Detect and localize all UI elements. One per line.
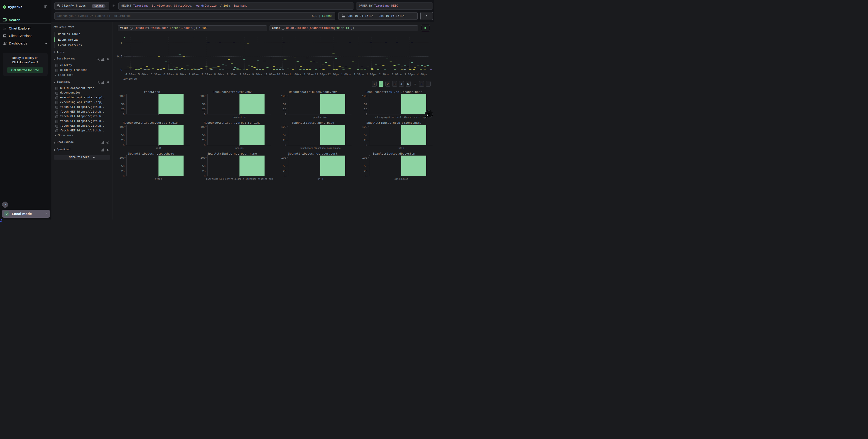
svg-text:0: 0 bbox=[366, 113, 367, 116]
svg-text:11:00am: 11:00am bbox=[289, 73, 301, 76]
svg-text:50: 50 bbox=[283, 134, 286, 137]
svg-text:0: 0 bbox=[204, 113, 206, 116]
svg-text:50: 50 bbox=[202, 103, 205, 106]
svg-text:5:00am: 5:00am bbox=[138, 73, 148, 76]
svg-text:8443: 8443 bbox=[317, 178, 323, 180]
svg-text:1:30pm: 1:30pm bbox=[354, 73, 364, 76]
svg-text:10:30am: 10:30am bbox=[277, 73, 289, 76]
svg-text:100: 100 bbox=[362, 125, 367, 129]
svg-text:7:00am: 7:00am bbox=[189, 73, 199, 76]
svg-text:SpanAttributes.db.system: SpanAttributes.db.system bbox=[373, 152, 415, 155]
svg-text:0: 0 bbox=[284, 175, 286, 178]
svg-text:100: 100 bbox=[200, 95, 206, 98]
svg-text:SpanAttributes.net.peer.port: SpanAttributes.net.peer.port bbox=[288, 152, 338, 155]
svg-text:production: production bbox=[232, 116, 246, 119]
svg-text:https: https bbox=[155, 178, 162, 180]
svg-text:http: http bbox=[398, 147, 404, 150]
svg-text:9:00am: 9:00am bbox=[240, 73, 250, 76]
svg-text:ResourceAttribu..cel.branch_ho: ResourceAttribu..cel.branch_host bbox=[366, 90, 422, 94]
svg-text:50: 50 bbox=[364, 134, 367, 137]
svg-text:clickpy-git-main-clickhouse.ve: clickpy-git-main-clickhouse.vercel.app bbox=[375, 116, 427, 119]
svg-text:100: 100 bbox=[200, 125, 206, 129]
svg-text:2:00pm: 2:00pm bbox=[366, 73, 377, 76]
svg-text:0: 0 bbox=[123, 113, 125, 116]
svg-text:100: 100 bbox=[362, 95, 367, 98]
svg-text:8:30am: 8:30am bbox=[227, 73, 237, 76]
svg-text:10/10/25: 10/10/25 bbox=[123, 78, 137, 81]
svg-text:25: 25 bbox=[364, 139, 367, 142]
svg-text:50: 50 bbox=[364, 103, 367, 106]
svg-text:100: 100 bbox=[119, 156, 125, 159]
svg-text:50: 50 bbox=[202, 165, 205, 168]
svg-text:1: 1 bbox=[121, 41, 122, 45]
svg-text:6:30am: 6:30am bbox=[176, 73, 186, 76]
svg-text:25: 25 bbox=[202, 108, 205, 111]
svg-text:ResourceAttribu...vercel.runti: ResourceAttribu...vercel.runtime bbox=[204, 121, 260, 125]
svg-text:iad1: iad1 bbox=[156, 147, 161, 150]
svg-text:25: 25 bbox=[283, 170, 286, 173]
svg-text:100: 100 bbox=[119, 95, 125, 98]
svg-text:25: 25 bbox=[121, 108, 125, 111]
svg-text:100: 100 bbox=[281, 125, 286, 129]
svg-text:SpanAttributes.http.client.nam: SpanAttributes.http.client.name bbox=[366, 121, 421, 125]
svg-text:TraceState: TraceState bbox=[142, 90, 160, 94]
svg-text:25: 25 bbox=[202, 170, 205, 173]
svg-text:5:30am: 5:30am bbox=[151, 73, 161, 76]
svg-text:/dashboard/[package_name]/page: /dashboard/[package_name]/page bbox=[300, 147, 341, 150]
svg-text:1:00pm: 1:00pm bbox=[341, 73, 351, 76]
svg-text:4:00pm: 4:00pm bbox=[417, 73, 427, 76]
svg-text:50: 50 bbox=[283, 165, 286, 168]
svg-text:25: 25 bbox=[121, 139, 125, 142]
svg-text:100: 100 bbox=[281, 95, 286, 98]
svg-text:12:30pm: 12:30pm bbox=[328, 73, 339, 76]
svg-text:3:30pm: 3:30pm bbox=[404, 73, 414, 76]
svg-text:50: 50 bbox=[202, 134, 205, 137]
svg-text:SpanAttributes.next.page: SpanAttributes.next.page bbox=[291, 121, 334, 125]
svg-text:3:00pm: 3:00pm bbox=[392, 73, 402, 76]
svg-text:11:30am: 11:30am bbox=[302, 73, 314, 76]
svg-text:6:00am: 6:00am bbox=[163, 73, 174, 76]
svg-text:25: 25 bbox=[121, 170, 125, 173]
svg-text:25: 25 bbox=[202, 139, 205, 142]
svg-text:100: 100 bbox=[119, 125, 125, 129]
svg-text:25: 25 bbox=[364, 170, 367, 173]
svg-text:ResourceAttributes.env: ResourceAttributes.env bbox=[213, 90, 252, 94]
svg-text:50: 50 bbox=[283, 103, 286, 106]
svg-text:100: 100 bbox=[281, 156, 286, 159]
svg-text:0: 0 bbox=[123, 144, 125, 147]
svg-text:8:00am: 8:00am bbox=[214, 73, 224, 76]
svg-text:100: 100 bbox=[362, 156, 367, 159]
svg-text:nodejs: nodejs bbox=[235, 147, 243, 150]
svg-text:50: 50 bbox=[121, 103, 125, 106]
svg-text:0: 0 bbox=[204, 175, 206, 178]
svg-text:25: 25 bbox=[364, 108, 367, 111]
svg-text:50: 50 bbox=[121, 134, 125, 137]
svg-text:0: 0 bbox=[284, 113, 286, 116]
svg-text:10:00am: 10:00am bbox=[264, 73, 276, 76]
svg-text:0: 0 bbox=[123, 175, 125, 178]
svg-text:2:30pm: 2:30pm bbox=[379, 73, 389, 76]
svg-text:SpanAttributes.http.scheme: SpanAttributes.http.scheme bbox=[128, 152, 174, 155]
svg-text:0: 0 bbox=[204, 144, 206, 147]
svg-text:0.5: 0.5 bbox=[117, 55, 122, 58]
svg-text:0: 0 bbox=[284, 144, 286, 147]
svg-text:25: 25 bbox=[283, 108, 286, 111]
svg-text:clickhouse: clickhouse bbox=[394, 178, 408, 180]
svg-text:0: 0 bbox=[121, 68, 122, 72]
svg-text:0: 0 bbox=[366, 144, 367, 147]
svg-text:7:30am: 7:30am bbox=[202, 73, 212, 76]
svg-text:0: 0 bbox=[366, 175, 367, 178]
svg-text:4:30am: 4:30am bbox=[125, 73, 135, 76]
svg-text:ResourceAttributes.vercel.regi: ResourceAttributes.vercel.region bbox=[123, 121, 180, 125]
svg-text:9:30am: 9:30am bbox=[252, 73, 262, 76]
svg-text:z5przQggc4.us-central1.gcp.cli: z5przQggc4.us-central1.gcp.clickhouse-st… bbox=[206, 178, 273, 180]
svg-text:50: 50 bbox=[121, 165, 125, 168]
svg-text:100: 100 bbox=[200, 156, 206, 159]
svg-text:25: 25 bbox=[283, 139, 286, 142]
svg-text:SpanAttributes.net.peer.name: SpanAttributes.net.peer.name bbox=[207, 152, 256, 155]
svg-text:production: production bbox=[313, 116, 327, 119]
svg-text:ResourceAttributes.node.env: ResourceAttributes.node.env bbox=[289, 90, 337, 94]
svg-text:50: 50 bbox=[364, 165, 367, 168]
svg-text:12:00pm: 12:00pm bbox=[315, 73, 327, 76]
